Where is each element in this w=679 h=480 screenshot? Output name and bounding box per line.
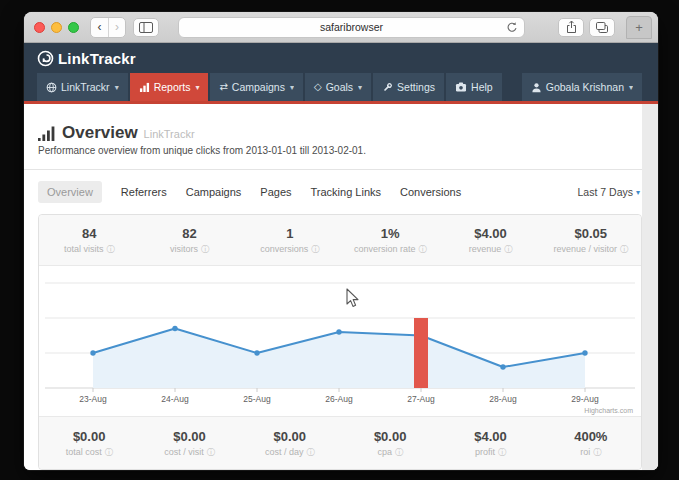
- close-window-button[interactable]: [34, 22, 45, 33]
- stat-value: $4.00: [474, 226, 507, 241]
- share-button[interactable]: [558, 18, 584, 37]
- tab-overview[interactable]: Overview: [38, 181, 102, 203]
- user-menu[interactable]: Gobala Krishnan ▾: [522, 73, 642, 101]
- stat-total-visits: 84 total visitsⓘ: [39, 215, 139, 265]
- svg-text:28-Aug: 28-Aug: [489, 394, 517, 404]
- address-bar[interactable]: safaribrowser: [178, 17, 525, 38]
- svg-text:23-Aug: 23-Aug: [79, 394, 107, 404]
- tab-tracking-links[interactable]: Tracking Links: [311, 186, 382, 198]
- globe-icon: [46, 82, 57, 93]
- info-icon[interactable]: ⓘ: [201, 244, 209, 255]
- info-icon[interactable]: ⓘ: [418, 244, 426, 255]
- linktrackr-logo-icon: [37, 50, 54, 67]
- caret-down-icon: ▾: [636, 188, 640, 197]
- tab-pages[interactable]: Pages: [260, 186, 291, 198]
- info-icon[interactable]: ⓘ: [106, 244, 114, 255]
- info-icon[interactable]: ⓘ: [504, 244, 512, 255]
- wrench-icon: [382, 82, 393, 93]
- info-icon[interactable]: ⓘ: [593, 447, 601, 458]
- stat-value: $0.05: [575, 226, 608, 241]
- address-text: safaribrowser: [320, 21, 383, 33]
- stat-roi: 400% roiⓘ: [541, 417, 641, 469]
- stat-value: $0.00: [73, 429, 106, 444]
- stat-label: profit: [475, 447, 495, 457]
- stat-label: cost / day: [265, 447, 304, 457]
- back-button[interactable]: ‹: [91, 18, 108, 37]
- stat-conversions: 1 conversionsⓘ: [240, 215, 340, 265]
- info-icon[interactable]: ⓘ: [620, 244, 628, 255]
- target-icon: ◇: [314, 82, 322, 92]
- history-nav-buttons: ‹ ›: [90, 17, 126, 38]
- sidebar-toggle-button[interactable]: [133, 18, 159, 37]
- page-title-suffix: LinkTrackr: [144, 128, 195, 141]
- minimize-window-button[interactable]: [51, 22, 62, 33]
- stat-label: conversion rate: [354, 244, 416, 254]
- menu-item-settings[interactable]: Settings: [373, 73, 444, 101]
- stat-label: roi: [580, 447, 590, 457]
- stat-label: cpa: [377, 447, 392, 457]
- linktrackr-logo[interactable]: LinkTrackr: [37, 50, 136, 67]
- tab-referrers[interactable]: Referrers: [121, 186, 167, 198]
- menu-item-reports[interactable]: Reports ▾: [130, 73, 209, 101]
- stat-conversion-rate: 1% conversion rateⓘ: [340, 215, 440, 265]
- visits-area-chart[interactable]: 23-Aug24-Aug25-Aug26-Aug27-Aug28-Aug29-A…: [39, 266, 641, 416]
- menu-item-linktrackr[interactable]: LinkTrackr ▾: [37, 73, 128, 101]
- stat-cost-per-day: $0.00 cost / dayⓘ: [240, 417, 340, 469]
- menu-item-campaigns[interactable]: ⇄ Campaigns ▾: [210, 73, 303, 101]
- stat-value: 82: [182, 226, 196, 241]
- menu-item-help[interactable]: Help: [446, 73, 502, 101]
- stat-value: 1%: [381, 226, 400, 241]
- stat-label: cost / visit: [164, 447, 204, 457]
- caret-down-icon: ▾: [629, 83, 633, 92]
- info-icon[interactable]: ⓘ: [307, 447, 315, 458]
- user-icon: [531, 82, 542, 93]
- overview-panel: 84 total visitsⓘ 82 visitorsⓘ 1 conversi…: [38, 214, 642, 470]
- stat-value: 400%: [574, 429, 607, 444]
- visits-chart-container: 23-Aug24-Aug25-Aug26-Aug27-Aug28-Aug29-A…: [39, 266, 641, 416]
- svg-text:27-Aug: 27-Aug: [407, 394, 435, 404]
- reload-icon[interactable]: [506, 21, 518, 34]
- tab-campaigns[interactable]: Campaigns: [186, 186, 242, 198]
- shuffle-icon: ⇄: [219, 82, 227, 92]
- stats-row-top: 84 total visitsⓘ 82 visitorsⓘ 1 conversi…: [39, 215, 641, 266]
- menu-label: Goals: [326, 81, 353, 93]
- stat-profit: $4.00 profitⓘ: [440, 417, 540, 469]
- menu-label: Reports: [154, 81, 191, 93]
- menu-item-goals[interactable]: ◇ Goals ▾: [305, 73, 371, 101]
- tabs-overview-icon: [595, 21, 609, 34]
- new-tab-button[interactable]: +: [626, 16, 652, 39]
- info-icon[interactable]: ⓘ: [105, 447, 113, 458]
- stat-cpa: $0.00 cpaⓘ: [340, 417, 440, 469]
- info-icon[interactable]: ⓘ: [311, 244, 319, 255]
- info-icon[interactable]: ⓘ: [498, 447, 506, 458]
- page-content: Overview LinkTrackr Performance overview…: [24, 104, 658, 470]
- show-tabs-button[interactable]: [589, 18, 615, 37]
- page-title: Overview: [62, 125, 138, 141]
- report-tabs: Overview Referrers Campaigns Pages Track…: [38, 181, 640, 203]
- menu-label: Help: [471, 81, 493, 93]
- info-icon[interactable]: ⓘ: [207, 447, 215, 458]
- stat-visitors: 82 visitorsⓘ: [139, 215, 239, 265]
- overview-bars-icon: [38, 126, 56, 141]
- browser-titlebar: ‹ › safaribrowser: [24, 12, 658, 43]
- titlebar-right-buttons: +: [558, 16, 652, 39]
- date-range-selector[interactable]: Last 7 Days ▾: [578, 186, 640, 198]
- stats-row-bottom: $0.00 total costⓘ $0.00 cost / visitⓘ $0…: [39, 416, 641, 469]
- caret-down-icon: ▾: [115, 83, 119, 92]
- tab-conversions[interactable]: Conversions: [400, 186, 461, 198]
- stat-label: revenue: [469, 244, 502, 254]
- zoom-window-button[interactable]: [68, 22, 79, 33]
- caret-down-icon: ▾: [358, 83, 362, 92]
- forward-button[interactable]: ›: [108, 18, 125, 37]
- stat-total-cost: $0.00 total costⓘ: [39, 417, 139, 469]
- highcharts-credit[interactable]: Highcharts.com: [584, 407, 633, 414]
- caret-down-icon: ▾: [195, 83, 199, 92]
- info-icon[interactable]: ⓘ: [395, 447, 403, 458]
- stat-label: visitors: [170, 244, 198, 254]
- scrollbar-track[interactable]: [642, 104, 658, 470]
- main-menu: LinkTrackr ▾ Reports ▾ ⇄ Campaigns ▾ ◇ G…: [24, 73, 658, 104]
- menu-label: Campaigns: [232, 81, 285, 93]
- logo-text: LinkTrackr: [58, 50, 136, 67]
- stat-cost-per-visit: $0.00 cost / visitⓘ: [139, 417, 239, 469]
- sidebar-icon: [139, 22, 153, 33]
